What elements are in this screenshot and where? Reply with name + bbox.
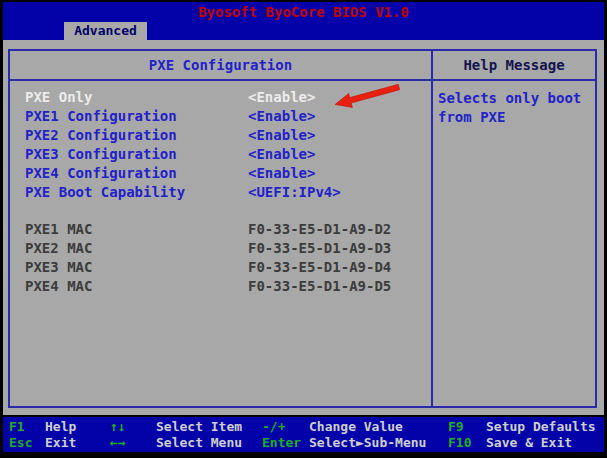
mac-row-pxe1: PXE1 MAC F0-33-E5-D1-A9-D2 — [10, 220, 431, 239]
key-f1: F1 — [9, 419, 45, 435]
hint-label: Change Value — [309, 419, 403, 435]
key-minus-plus: -/+ — [262, 419, 309, 435]
hint-select-menu: ←→ Select Menu — [110, 435, 242, 451]
mac-value: F0-33-E5-D1-A9-D3 — [248, 239, 391, 258]
option-pxe-boot-capability[interactable]: PXE Boot Capability <UEFI:IPv4> — [10, 183, 431, 202]
hint-setup-defaults: F9 Setup Defaults — [448, 419, 596, 435]
mac-row-pxe2: PXE2 MAC F0-33-E5-D1-A9-D3 — [10, 239, 431, 258]
mac-value: F0-33-E5-D1-A9-D5 — [248, 277, 391, 296]
hint-label: Setup Defaults — [486, 419, 596, 435]
help-text: Selects only boot from PXE — [438, 89, 590, 127]
options-list: PXE Only <Enable> PXE1 Configuration <En… — [10, 81, 433, 406]
main-area: PXE Configuration Help Message PXE Only … — [3, 40, 604, 419]
pxe-configuration-panel: PXE Configuration Help Message PXE Only … — [8, 49, 597, 408]
option-pxe4-configuration[interactable]: PXE4 Configuration <Enable> — [10, 164, 431, 183]
mac-row-pxe4: PXE4 MAC F0-33-E5-D1-A9-D5 — [10, 277, 431, 296]
help-panel: Selects only boot from PXE — [433, 81, 595, 406]
mac-address-list: PXE1 MAC F0-33-E5-D1-A9-D2 PXE2 MAC F0-3… — [10, 220, 431, 296]
option-label: PXE2 Configuration — [25, 126, 248, 145]
mac-label: PXE4 MAC — [25, 277, 248, 296]
bios-screen: { "titlebar": { "title": "Byosoft ByoCor… — [0, 0, 607, 458]
option-label: PXE1 Configuration — [25, 107, 248, 126]
mac-label: PXE3 MAC — [25, 258, 248, 277]
hint-label: Exit — [45, 435, 76, 451]
hint-select-item: ↑↓ Select Item — [110, 419, 242, 435]
option-label: PXE3 Configuration — [25, 145, 248, 164]
hint-label: Select Item — [156, 419, 242, 435]
bios-version-title: Byosoft ByoCore BIOS V1.0 — [3, 4, 604, 20]
option-value[interactable]: <Enable> — [248, 107, 315, 126]
bios-setup-screen: Byosoft ByoCore BIOS V1.0 Advanced PXE C… — [3, 2, 604, 452]
help-panel-title: Help Message — [433, 51, 595, 81]
option-pxe2-configuration[interactable]: PXE2 Configuration <Enable> — [10, 126, 431, 145]
option-pxe3-configuration[interactable]: PXE3 Configuration <Enable> — [10, 145, 431, 164]
hint-column-4: F9 Setup Defaults F10 Save & Exit — [448, 419, 596, 451]
mac-label: PXE2 MAC — [25, 239, 248, 258]
key-f9: F9 — [448, 419, 486, 435]
hint-column-2: ↑↓ Select Item ←→ Select Menu — [110, 419, 242, 451]
option-label: PXE4 Configuration — [25, 164, 248, 183]
option-value[interactable]: <Enable> — [248, 88, 315, 107]
key-hint-bar: F1 Help Esc Exit ↑↓ Select Item ←→ Selec… — [3, 417, 604, 452]
hint-label: Help — [45, 419, 76, 435]
left-right-arrows-icon: ←→ — [110, 435, 156, 451]
key-enter: Enter — [262, 435, 309, 451]
option-value[interactable]: <UEFI:IPv4> — [248, 183, 341, 202]
key-esc: Esc — [9, 435, 45, 451]
hint-column-3: -/+ Change Value Enter Select►Sub-Menu — [262, 419, 426, 451]
mac-label: PXE1 MAC — [25, 220, 248, 239]
hint-f1-help: F1 Help — [9, 419, 76, 435]
mac-row-pxe3: PXE3 MAC F0-33-E5-D1-A9-D4 — [10, 258, 431, 277]
up-down-arrows-icon: ↑↓ — [110, 419, 156, 435]
hint-label: Save & Exit — [486, 435, 572, 451]
option-value[interactable]: <Enable> — [248, 126, 315, 145]
tab-advanced[interactable]: Advanced — [64, 22, 147, 40]
option-label: PXE Boot Capability — [25, 183, 248, 202]
hint-change-value: -/+ Change Value — [262, 419, 426, 435]
page-title: PXE Configuration — [10, 51, 433, 81]
mac-value: F0-33-E5-D1-A9-D2 — [248, 220, 391, 239]
hint-select-submenu: Enter Select►Sub-Menu — [262, 435, 426, 451]
hint-esc-exit: Esc Exit — [9, 435, 76, 451]
option-pxe1-configuration[interactable]: PXE1 Configuration <Enable> — [10, 107, 431, 126]
hint-save-exit: F10 Save & Exit — [448, 435, 596, 451]
hint-column-1: F1 Help Esc Exit — [9, 419, 76, 451]
hint-label: Select►Sub-Menu — [309, 435, 426, 451]
hint-label: Select Menu — [156, 435, 242, 451]
option-value[interactable]: <Enable> — [248, 164, 315, 183]
key-f10: F10 — [448, 435, 486, 451]
option-label: PXE Only — [25, 88, 248, 107]
mac-value: F0-33-E5-D1-A9-D4 — [248, 258, 391, 277]
option-pxe-only[interactable]: PXE Only <Enable> — [10, 88, 431, 107]
option-value[interactable]: <Enable> — [248, 145, 315, 164]
